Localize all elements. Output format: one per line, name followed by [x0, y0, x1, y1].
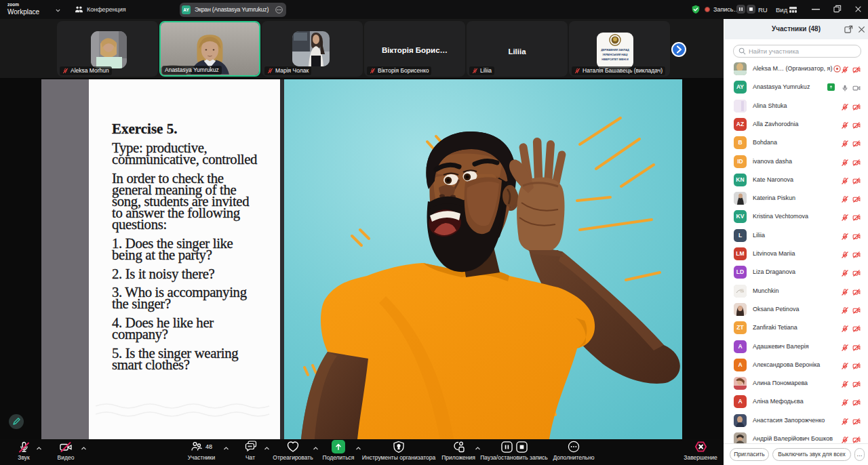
svg-text:НІВЕРСИТЕТ ІМЕНІ И: НІВЕРСИТЕТ ІМЕНІ И — [601, 58, 629, 61]
svg-text:УКРАЇНСЬКИЙ НАЦІ: УКРАЇНСЬКИЙ НАЦІ — [602, 54, 627, 56]
svg-text:ДЕРЖАВНИЙ ЗАКЛАД: ДЕРЖАВНИЙ ЗАКЛАД — [601, 49, 629, 52]
